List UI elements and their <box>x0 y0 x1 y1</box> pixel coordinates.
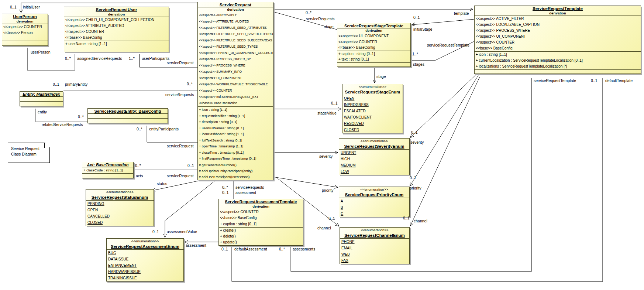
enum-value: CLOSED <box>342 127 403 133</box>
role-label: userPerson <box>31 50 51 54</box>
mult-label: 0..* <box>187 82 193 86</box>
operation-row: # addUserParticipant(userPerson) <box>198 174 273 180</box>
stereotype-row: <<aspect>> PROCESS_WHERE <box>475 28 641 34</box>
mult-label: 0..1 <box>410 175 416 180</box>
mult-label: 0..1 <box>152 229 159 234</box>
operation-rows: # getGeneratedNumber()# addUpdateEntityP… <box>198 162 273 180</box>
class-title: ServiceRequestStageTemplate <box>337 23 410 28</box>
enum-value: PHONE <box>340 239 409 245</box>
role-label: serviceRequest <box>167 61 193 65</box>
operation-row: # addUpdateEntityParticipant(entity) <box>198 168 273 174</box>
stereotype-row: <<aspect>> COUNTER <box>337 39 410 45</box>
stereotype-row: <<aspect>> COUNTER <box>219 209 303 215</box>
class-derivation: derivation <box>64 12 169 17</box>
attribute-rows: + classCode : string [1..1] <box>82 167 133 173</box>
role-label: channel <box>414 219 427 223</box>
enum-title: ServiceRequestStageEnum <box>342 89 403 95</box>
mult-label: 0..* <box>222 185 228 190</box>
role-label: assignedServiceRequests <box>77 56 122 61</box>
operation-rows: + create()+ delete()+ update() <box>219 227 303 245</box>
attribute-row: + text : string [0..1] <box>337 57 410 62</box>
stereotype-rows: <<aspect>> COUNTER<<base>> BaseConfig <box>219 209 303 221</box>
role-label: serviceRequest <box>167 144 193 148</box>
stereotype-row: <<aspect>> COUNTER <box>64 29 169 35</box>
enum-value: EMAIL <box>340 245 409 251</box>
stereotype-row: <<aspect>> FILTERRULE_SEED_SAVEDFILTERRU… <box>198 31 273 37</box>
role-label: primaryEntity <box>65 82 87 86</box>
stereotype-row: <<aspect>> UI_COMPONENT <box>475 34 641 40</box>
role-label: initialStage <box>413 27 432 31</box>
role-label: initialUser <box>23 5 40 9</box>
operation-row: + create() <box>219 228 303 233</box>
enum-values: ABC <box>339 198 409 217</box>
role-label: serviceRequest <box>167 174 193 178</box>
enum-values: PENDINGOPENCANCELLEDCLOSED <box>86 201 154 226</box>
enum-value: HARDWAREISSUE <box>107 269 183 275</box>
uml-class-diagram: UserPerson derivation <<aspect>> COUNTER… <box>0 0 644 290</box>
attributes-compartment-empty <box>20 96 63 101</box>
operations-compartment-empty <box>475 69 641 74</box>
role-label: assessmentValue <box>167 229 197 234</box>
assoc-assessment-value <box>165 181 215 237</box>
role-label: acts <box>136 174 143 178</box>
role-label: relatedServiceRequests <box>42 122 83 127</box>
enum-value: MEDIUM <box>339 162 409 168</box>
enum-title: ServiceRequestSeverityEnum <box>339 143 409 150</box>
enum-value: HIGH <box>339 156 409 162</box>
role-label: stage <box>324 24 334 29</box>
enum-value: BUG <box>107 250 183 256</box>
mult-label: 0..* <box>78 115 84 119</box>
class-service-request-entity[interactable]: ServiceRequestEntity: BaseConfig <box>87 108 168 123</box>
enum-status[interactable]: <<enumeration>> ServiceRequestStatusEnum… <box>86 189 154 226</box>
attribute-row: + closeTime : timestamp [0..1] <box>198 150 273 156</box>
assoc-severity-srt <box>410 74 477 137</box>
stereotype-row: <<aspect>> FILTERRULE_SEED_ATTRIBUTES <box>198 25 273 31</box>
stereotype-rows: <<aspect>> ACTIVE_FILTER<<aspect>> LOCAL… <box>475 16 641 51</box>
stereotype-row: <<aspect>> WORKFLOWRULE_TRIGGERABLE <box>198 81 273 88</box>
class-user-person[interactable]: UserPerson derivation <<aspect>> COUNTER… <box>2 14 48 46</box>
enum-value: TRAININGISSUE <box>107 275 183 281</box>
class-title: ServiceRequestAssessmentTemplate <box>219 199 303 204</box>
stereotype-row: <<aspect>> md:SERVICEREQUEST_EXT <box>198 94 273 100</box>
enum-stage[interactable]: <<enumeration>> ServiceRequestStageEnum … <box>342 84 403 133</box>
stereotype-row: <<aspect>> PROCESS_ORDER_BY <box>198 56 273 62</box>
attribute-row: + caption : string [0..1] <box>337 51 410 57</box>
class-service-request-template[interactable]: ServiceRequestTemplate derivation <<aspe… <box>474 6 641 74</box>
stereotype-row: <<aspect>> ATTRIBUTE_AUDITED <box>198 18 273 25</box>
class-assessment-template[interactable]: ServiceRequestAssessmentTemplate derivat… <box>218 199 303 246</box>
enumeration-keyword: <<enumeration>> <box>107 239 183 243</box>
attribute-row: + userFullNames : string [0..1] <box>198 125 273 132</box>
stereotype-row: <<base>> BaseTransaction <box>198 100 273 106</box>
attribute-row: + currentLocalization : ServiceRequestTe… <box>475 58 641 64</box>
diagram-note[interactable]: Service Request Class Diagram <box>8 143 50 163</box>
stereotype-row: <<base>> BaseConfig <box>64 35 169 41</box>
mult-label: 1..* <box>129 56 135 61</box>
class-service-request[interactable]: ServiceRequest derivation <<aspect>> APP… <box>197 2 273 180</box>
class-stage-template[interactable]: ServiceRequestStageTemplate derivation <… <box>337 23 411 67</box>
enum-value: A <box>339 198 409 204</box>
attribute-rows: + caption : string [0..1]+ text : string… <box>337 51 410 62</box>
mult-label: 1..* <box>412 52 418 56</box>
assoc-channel-srt <box>410 77 480 226</box>
attributes-compartment-empty <box>2 36 48 41</box>
role-label: entityParticipants <box>149 127 179 131</box>
enumeration-keyword: <<enumeration>> <box>339 187 409 192</box>
operation-row: + update() <box>219 239 303 245</box>
role-label: serviceRequestTemplate <box>534 78 576 83</box>
class-service-request-user[interactable]: ServiceRequestUser derivation <<aspect>>… <box>64 7 169 52</box>
attribute-row: + icon : string [1..1] <box>198 107 273 113</box>
enum-severity[interactable]: <<enumeration>> ServiceRequestSeverityEn… <box>339 138 410 175</box>
mult-label: 0..* <box>137 127 142 131</box>
class-entity-master-index[interactable]: Entity: MasterIndex <box>20 91 63 106</box>
stereotype-row: <<aspect>> CHILD_UI_COMPONENT_COLLECTION <box>64 17 169 23</box>
class-act-base-transaction[interactable]: Act: BaseTransaction + classCode : strin… <box>82 162 134 178</box>
role-label: serviceRequests <box>235 185 264 190</box>
enumeration-keyword: <<enumeration>> <box>342 84 403 89</box>
stereotype-row: <<aspect>> COUNTER <box>475 40 641 45</box>
enum-assessment[interactable]: <<enumeration>> ServiceRequestAssessment… <box>106 238 184 282</box>
enum-priority[interactable]: <<enumeration>> ServiceRequestPriorityEn… <box>339 187 410 217</box>
stereotype-row: <<aspect>> UI_COMPONENT <box>198 75 273 81</box>
assoc-priority-srt <box>410 75 478 186</box>
class-title: Act: BaseTransaction <box>82 162 133 167</box>
enum-channel[interactable]: <<enumeration>> ServiceRequestChannelEnu… <box>340 227 410 264</box>
